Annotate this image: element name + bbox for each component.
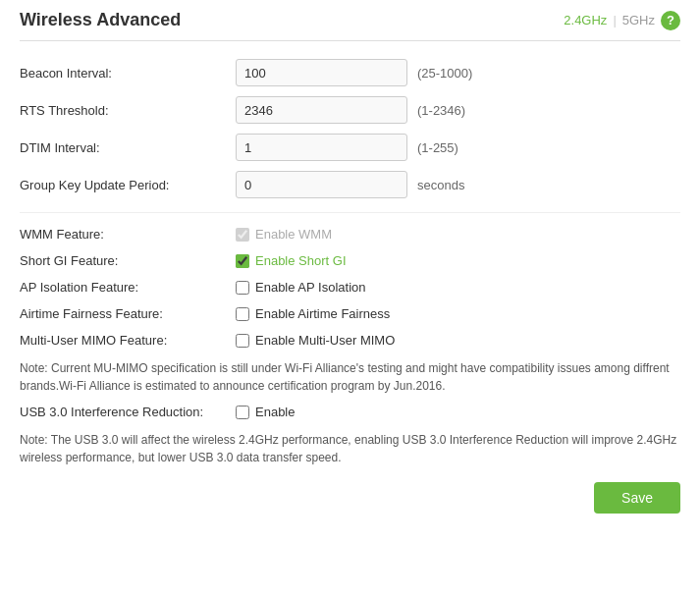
save-row: Save bbox=[20, 482, 680, 514]
ap-isolation-checkbox-text: Enable AP Isolation bbox=[255, 280, 366, 295]
freq-divider: | bbox=[613, 13, 616, 27]
airtime-fairness-checkbox-area: Enable Airtime Fairness bbox=[236, 306, 390, 321]
short-gi-checkbox-area: Enable Short GI bbox=[236, 253, 347, 268]
freq-24ghz[interactable]: 2.4GHz bbox=[564, 13, 607, 27]
group-key-row: Group Key Update Period: seconds bbox=[20, 171, 680, 198]
freq-5ghz[interactable]: 5GHz bbox=[622, 13, 655, 27]
usb-reduction-label: USB 3.0 Interference Reduction: bbox=[20, 405, 236, 419]
wmm-feature-label: WMM Feature: bbox=[20, 227, 236, 242]
wmm-checkbox-text: Enable WMM bbox=[255, 227, 332, 242]
mu-mimo-row: Multi-User MIMO Feature: Enable Multi-Us… bbox=[20, 333, 680, 348]
airtime-fairness-checkbox[interactable] bbox=[236, 307, 249, 321]
rts-threshold-hint: (1-2346) bbox=[417, 103, 465, 118]
beacon-interval-label: Beacon Interval: bbox=[20, 66, 236, 81]
wmm-checkbox-area: Enable WMM bbox=[236, 227, 332, 242]
rts-threshold-row: RTS Threshold: (1-2346) bbox=[20, 96, 680, 124]
airtime-fairness-checkbox-text: Enable Airtime Fairness bbox=[255, 306, 390, 321]
help-icon[interactable]: ? bbox=[661, 11, 680, 30]
wmm-checkbox[interactable] bbox=[236, 228, 249, 242]
page-title: Wireless Advanced bbox=[20, 10, 181, 30]
ap-isolation-checkbox-area: Enable AP Isolation bbox=[236, 280, 366, 295]
short-gi-checkbox-text: Enable Short GI bbox=[255, 253, 347, 268]
airtime-fairness-label: Airtime Fairness Feature: bbox=[20, 306, 236, 321]
dtim-interval-hint: (1-255) bbox=[417, 140, 458, 155]
mu-mimo-checkbox-area: Enable Multi-User MIMO bbox=[236, 333, 395, 348]
group-key-hint: seconds bbox=[417, 178, 464, 192]
short-gi-checkbox[interactable] bbox=[236, 254, 249, 268]
save-button[interactable]: Save bbox=[594, 482, 680, 514]
dtim-interval-label: DTIM Interval: bbox=[20, 140, 236, 155]
mimo-note: Note: Current MU-MIMO specification is s… bbox=[20, 359, 680, 395]
usb-checkbox-area: Enable bbox=[236, 405, 295, 419]
rts-threshold-label: RTS Threshold: bbox=[20, 103, 236, 118]
section-divider bbox=[20, 212, 680, 213]
short-gi-row: Short GI Feature: Enable Short GI bbox=[20, 253, 680, 268]
ap-isolation-row: AP Isolation Feature: Enable AP Isolatio… bbox=[20, 280, 680, 295]
mu-mimo-label: Multi-User MIMO Feature: bbox=[20, 333, 236, 348]
airtime-fairness-row: Airtime Fairness Feature: Enable Airtime… bbox=[20, 306, 680, 321]
beacon-interval-input[interactable] bbox=[236, 59, 407, 86]
rts-threshold-input[interactable] bbox=[236, 96, 407, 124]
input-fields-section: Beacon Interval: (25-1000) RTS Threshold… bbox=[20, 59, 680, 198]
usb-reduction-checkbox[interactable] bbox=[236, 406, 249, 419]
usb-reduction-row: USB 3.0 Interference Reduction: Enable bbox=[20, 405, 680, 419]
ap-isolation-label: AP Isolation Feature: bbox=[20, 280, 236, 295]
mu-mimo-checkbox[interactable] bbox=[236, 334, 249, 348]
usb-note: Note: The USB 3.0 will affect the wirele… bbox=[20, 431, 680, 466]
dtim-interval-row: DTIM Interval: (1-255) bbox=[20, 134, 680, 161]
dtim-interval-input[interactable] bbox=[236, 134, 407, 161]
beacon-interval-hint: (25-1000) bbox=[417, 66, 472, 81]
group-key-input[interactable] bbox=[236, 171, 407, 198]
usb-checkbox-text: Enable bbox=[255, 405, 295, 419]
short-gi-label: Short GI Feature: bbox=[20, 253, 236, 268]
mu-mimo-checkbox-text: Enable Multi-User MIMO bbox=[255, 333, 395, 348]
group-key-label: Group Key Update Period: bbox=[20, 178, 236, 192]
beacon-interval-row: Beacon Interval: (25-1000) bbox=[20, 59, 680, 86]
wmm-feature-row: WMM Feature: Enable WMM bbox=[20, 227, 680, 242]
ap-isolation-checkbox[interactable] bbox=[236, 281, 249, 295]
